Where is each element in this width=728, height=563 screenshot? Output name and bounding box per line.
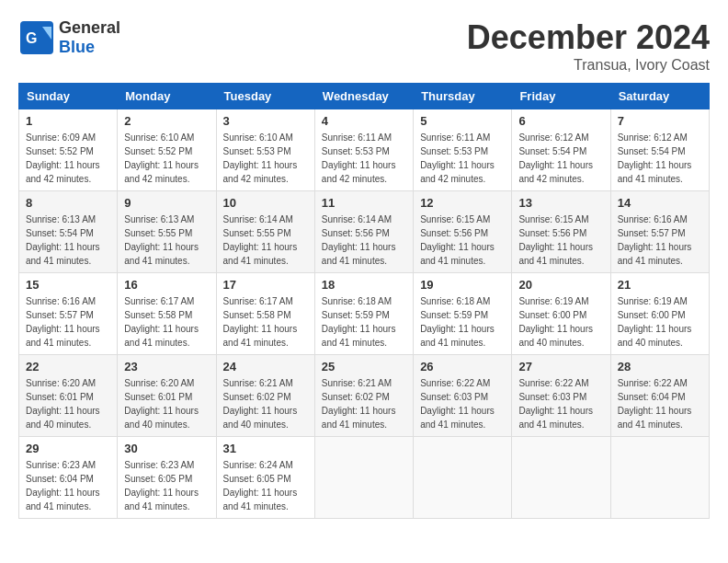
day-number: 9 [124, 196, 209, 210]
day-info: Sunrise: 6:15 AMSunset: 5:56 PMDaylight:… [420, 213, 505, 268]
calendar-cell: 24Sunrise: 6:21 AMSunset: 6:02 PMDayligh… [216, 355, 314, 437]
calendar-cell: 18Sunrise: 6:18 AMSunset: 5:59 PMDayligh… [314, 273, 413, 355]
day-info: Sunrise: 6:24 AMSunset: 6:05 PMDaylight:… [223, 458, 308, 513]
calendar-cell: 23Sunrise: 6:20 AMSunset: 6:01 PMDayligh… [118, 355, 216, 437]
calendar-cell [314, 437, 413, 519]
calendar-week-row: 15Sunrise: 6:16 AMSunset: 5:57 PMDayligh… [19, 273, 710, 355]
day-info: Sunrise: 6:22 AMSunset: 6:03 PMDaylight:… [420, 376, 505, 431]
day-number: 20 [518, 278, 603, 292]
day-info: Sunrise: 6:22 AMSunset: 6:03 PMDaylight:… [518, 376, 603, 431]
day-number: 12 [420, 196, 505, 210]
logo-text: General [59, 18, 120, 38]
day-info: Sunrise: 6:14 AMSunset: 5:56 PMDaylight:… [322, 213, 406, 268]
day-info: Sunrise: 6:11 AMSunset: 5:53 PMDaylight:… [322, 131, 406, 186]
calendar-week-row: 22Sunrise: 6:20 AMSunset: 6:01 PMDayligh… [19, 355, 710, 437]
day-number: 14 [618, 196, 702, 210]
calendar-cell [512, 437, 610, 519]
calendar-cell: 4Sunrise: 6:11 AMSunset: 5:53 PMDaylight… [314, 109, 413, 191]
calendar-cell: 11Sunrise: 6:14 AMSunset: 5:56 PMDayligh… [314, 191, 413, 273]
col-friday: Friday [512, 84, 610, 109]
day-info: Sunrise: 6:16 AMSunset: 5:57 PMDaylight:… [618, 213, 702, 268]
header: G General Blue December 2024 Transua, Iv… [18, 18, 710, 74]
day-info: Sunrise: 6:19 AMSunset: 6:00 PMDaylight:… [618, 294, 702, 350]
calendar-week-row: 29Sunrise: 6:23 AMSunset: 6:04 PMDayligh… [19, 437, 710, 519]
col-thursday: Thursday [414, 84, 512, 109]
day-number: 26 [420, 360, 505, 373]
day-number: 13 [518, 196, 603, 210]
col-monday: Monday [118, 84, 216, 109]
logo-text-blue: Blue [59, 38, 120, 57]
calendar-cell: 10Sunrise: 6:14 AMSunset: 5:55 PMDayligh… [216, 191, 314, 273]
calendar-cell: 22Sunrise: 6:20 AMSunset: 6:01 PMDayligh… [19, 355, 118, 437]
day-number: 31 [223, 442, 308, 455]
day-number: 1 [26, 114, 110, 128]
calendar-cell: 9Sunrise: 6:13 AMSunset: 5:55 PMDaylight… [118, 191, 216, 273]
calendar-cell: 20Sunrise: 6:19 AMSunset: 6:00 PMDayligh… [512, 273, 610, 355]
calendar-week-row: 1Sunrise: 6:09 AMSunset: 5:52 PMDaylight… [19, 109, 710, 191]
calendar-cell: 13Sunrise: 6:15 AMSunset: 5:56 PMDayligh… [512, 191, 610, 273]
calendar-cell: 19Sunrise: 6:18 AMSunset: 5:59 PMDayligh… [414, 273, 512, 355]
day-number: 15 [26, 278, 110, 292]
calendar-cell: 28Sunrise: 6:22 AMSunset: 6:04 PMDayligh… [610, 355, 709, 437]
day-number: 18 [322, 278, 406, 292]
calendar-cell: 31Sunrise: 6:24 AMSunset: 6:05 PMDayligh… [216, 437, 314, 519]
day-number: 24 [223, 360, 308, 373]
day-number: 3 [223, 114, 308, 128]
day-number: 8 [26, 196, 110, 210]
calendar-cell: 26Sunrise: 6:22 AMSunset: 6:03 PMDayligh… [414, 355, 512, 437]
calendar-header-row: Sunday Monday Tuesday Wednesday Thursday… [19, 84, 710, 109]
calendar-cell [610, 437, 709, 519]
day-number: 21 [618, 278, 702, 292]
day-number: 4 [322, 114, 406, 128]
day-number: 30 [124, 442, 209, 455]
day-info: Sunrise: 6:10 AMSunset: 5:53 PMDaylight:… [223, 131, 308, 186]
calendar-cell: 5Sunrise: 6:11 AMSunset: 5:53 PMDaylight… [414, 109, 512, 191]
day-number: 10 [223, 196, 308, 210]
svg-text:G: G [26, 30, 37, 46]
day-info: Sunrise: 6:21 AMSunset: 6:02 PMDaylight:… [223, 376, 308, 431]
day-info: Sunrise: 6:13 AMSunset: 5:55 PMDaylight:… [124, 213, 209, 268]
calendar-cell: 30Sunrise: 6:23 AMSunset: 6:05 PMDayligh… [118, 437, 216, 519]
day-number: 6 [518, 114, 603, 128]
day-info: Sunrise: 6:09 AMSunset: 5:52 PMDaylight:… [26, 131, 110, 186]
day-number: 16 [124, 278, 209, 292]
calendar-cell: 12Sunrise: 6:15 AMSunset: 5:56 PMDayligh… [414, 191, 512, 273]
day-info: Sunrise: 6:20 AMSunset: 6:01 PMDaylight:… [124, 376, 209, 431]
month-title: December 2024 [467, 18, 710, 57]
day-number: 28 [618, 360, 702, 373]
calendar-cell: 1Sunrise: 6:09 AMSunset: 5:52 PMDaylight… [19, 109, 118, 191]
calendar-cell: 16Sunrise: 6:17 AMSunset: 5:58 PMDayligh… [118, 273, 216, 355]
calendar-cell: 21Sunrise: 6:19 AMSunset: 6:00 PMDayligh… [610, 273, 709, 355]
col-tuesday: Tuesday [216, 84, 314, 109]
calendar-cell: 17Sunrise: 6:17 AMSunset: 5:58 PMDayligh… [216, 273, 314, 355]
col-sunday: Sunday [19, 84, 118, 109]
day-info: Sunrise: 6:10 AMSunset: 5:52 PMDaylight:… [124, 131, 209, 186]
day-number: 11 [322, 196, 406, 210]
day-info: Sunrise: 6:14 AMSunset: 5:55 PMDaylight:… [223, 213, 308, 268]
day-number: 17 [223, 278, 308, 292]
calendar-week-row: 8Sunrise: 6:13 AMSunset: 5:54 PMDaylight… [19, 191, 710, 273]
day-number: 19 [420, 278, 505, 292]
day-info: Sunrise: 6:19 AMSunset: 6:00 PMDaylight:… [518, 294, 603, 350]
location: Transua, Ivory Coast [467, 57, 710, 74]
day-info: Sunrise: 6:17 AMSunset: 5:58 PMDaylight:… [223, 294, 308, 350]
calendar-cell: 27Sunrise: 6:22 AMSunset: 6:03 PMDayligh… [512, 355, 610, 437]
day-info: Sunrise: 6:23 AMSunset: 6:04 PMDaylight:… [26, 458, 110, 513]
day-info: Sunrise: 6:21 AMSunset: 6:02 PMDaylight:… [322, 376, 406, 431]
day-number: 5 [420, 114, 505, 128]
day-number: 27 [518, 360, 603, 373]
day-info: Sunrise: 6:17 AMSunset: 5:58 PMDaylight:… [124, 294, 209, 350]
day-info: Sunrise: 6:12 AMSunset: 5:54 PMDaylight:… [518, 131, 603, 186]
day-number: 25 [322, 360, 406, 373]
col-saturday: Saturday [610, 84, 709, 109]
day-number: 7 [618, 114, 702, 128]
calendar-cell: 8Sunrise: 6:13 AMSunset: 5:54 PMDaylight… [19, 191, 118, 273]
calendar-cell [414, 437, 512, 519]
calendar-cell: 6Sunrise: 6:12 AMSunset: 5:54 PMDaylight… [512, 109, 610, 191]
calendar-cell: 15Sunrise: 6:16 AMSunset: 5:57 PMDayligh… [19, 273, 118, 355]
logo-icon: G [18, 19, 55, 56]
title-area: December 2024 Transua, Ivory Coast [467, 18, 710, 74]
calendar-cell: 29Sunrise: 6:23 AMSunset: 6:04 PMDayligh… [19, 437, 118, 519]
day-number: 29 [26, 442, 110, 455]
calendar-cell: 25Sunrise: 6:21 AMSunset: 6:02 PMDayligh… [314, 355, 413, 437]
